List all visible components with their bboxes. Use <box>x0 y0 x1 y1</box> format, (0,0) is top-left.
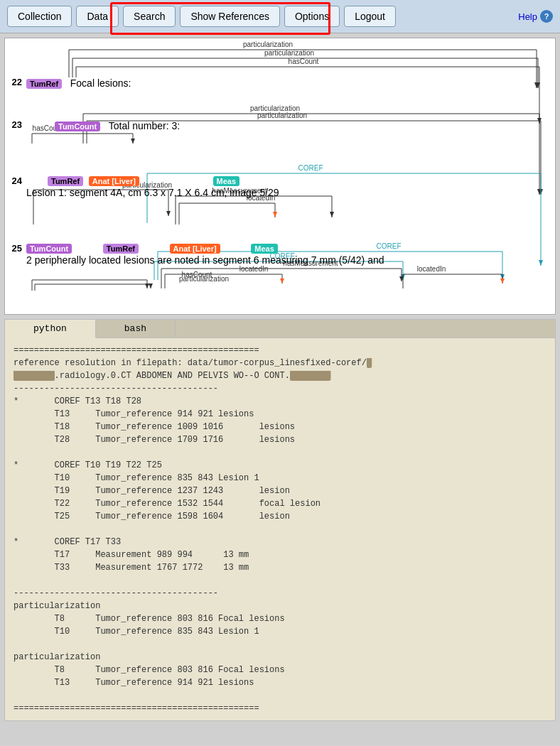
tag-tumref-25[interactable]: TumRef <box>103 244 139 254</box>
help-icon[interactable]: ? <box>540 10 553 23</box>
arc-arrow-10 <box>273 212 277 217</box>
row24-text: Lesion 1: segment 4A, cm 6.3 x 7.1 X 6.4… <box>26 185 279 200</box>
annotation-panel: particularization particularization hasC… <box>4 38 556 315</box>
line-num-24: 24 <box>5 174 26 186</box>
arc-arrow-8 <box>166 211 171 216</box>
row25-text: 2 peripherally located lesions are noted… <box>26 253 384 267</box>
search-button[interactable]: Search <box>123 6 176 27</box>
row22-text: Focal lesions: <box>70 76 131 90</box>
line-num-22: 22 <box>5 75 26 87</box>
code-tabs: python bash <box>5 320 555 338</box>
tag-tumcount-23[interactable]: TumCount <box>55 121 100 131</box>
tag-tumref-22[interactable]: TumRef <box>26 79 62 89</box>
code-panel: python bash ============================… <box>4 319 556 721</box>
help-area: Help ? <box>518 10 553 23</box>
arc-arrow-4 <box>131 139 135 144</box>
line-num-23: 23 <box>5 118 26 130</box>
row24-content: TumRef Anat [Liver] Meas Lesion 1: segme… <box>26 174 555 200</box>
tab-bash[interactable]: bash <box>96 320 176 337</box>
tag-tumcount-25[interactable]: TumCount <box>26 244 72 254</box>
arc-arrow-16 <box>145 283 149 288</box>
arc-arrow-14 <box>280 279 284 283</box>
help-link[interactable]: Help <box>518 11 537 22</box>
tag-meas-24[interactable]: Meas <box>213 176 240 186</box>
options-button[interactable]: Options <box>284 6 340 27</box>
collection-button[interactable]: Collection <box>7 6 72 27</box>
code-content: ========================================… <box>5 338 555 720</box>
tag-meas-25[interactable]: Meas <box>251 244 278 254</box>
tag-anat-25[interactable]: Anat [Liver] <box>170 244 220 254</box>
row25-content: TumCount TumRef Anat [Liver] Meas 2 peri… <box>26 242 555 268</box>
arc-arrow-9 <box>330 212 334 217</box>
toolbar: Collection Data Search Show References O… <box>0 0 560 33</box>
row22-content: TumRef Focal lesions: <box>26 75 555 91</box>
arc-label-particularization-3: particularization <box>250 104 300 112</box>
tab-python[interactable]: python <box>5 320 96 338</box>
arc-arrow-17 <box>149 283 153 288</box>
logout-button[interactable]: Logout <box>344 6 396 27</box>
tag-anat-24[interactable]: Anat [Liver] <box>89 176 139 186</box>
row23-text: Total number: 3: <box>109 119 180 133</box>
tag-tumref-24[interactable]: TumRef <box>48 176 83 186</box>
data-button[interactable]: Data <box>76 6 119 27</box>
line-num-25: 25 <box>5 242 26 254</box>
arc-arrow-15 <box>500 279 505 283</box>
show-references-button[interactable]: Show References <box>180 6 280 27</box>
row23-content: TumCount Total number: 3: <box>26 118 555 134</box>
